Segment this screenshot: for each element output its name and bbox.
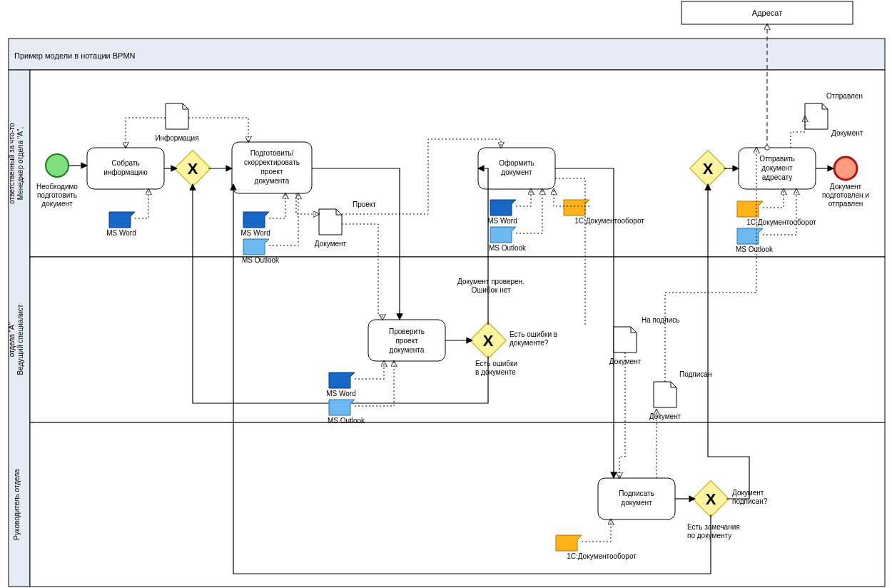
end-l2: подготовлен и — [822, 191, 869, 199]
svg-text:На подпись: На подпись — [642, 316, 679, 324]
g2q-l1: Есть ошибки в — [510, 330, 557, 338]
lane-2-label-a: Ведущий специалист — [16, 304, 24, 375]
gateway-x-icon: X — [483, 332, 494, 350]
g2y-l2: в документе — [475, 368, 516, 376]
lane-1-label-a: Менеджер отдела "А", — [16, 127, 24, 201]
svg-text:Информация: Информация — [155, 134, 198, 142]
bpmn-diagram: Адресат Пример модели в нотации BPMN Мен… — [0, 0, 892, 588]
g3q-l1: Документ — [732, 489, 764, 497]
svg-text:MS Word: MS Word — [487, 217, 517, 225]
t2-l4: документа — [255, 177, 290, 185]
svg-text:Подписан: Подписан — [679, 370, 711, 378]
start-lbl3: документ — [41, 200, 73, 208]
end-l3: отправлен — [828, 200, 863, 208]
t4-l3: адресату — [762, 173, 793, 181]
t6-l2: документ — [621, 499, 652, 507]
g2q-l2: документе? — [510, 339, 549, 347]
svg-text:Документ: Документ — [649, 412, 681, 420]
g2n-l1: Документ проверен. — [457, 278, 524, 285]
svg-text:Проект: Проект — [353, 201, 376, 208]
end-l1: Документ — [830, 183, 862, 191]
svg-text:MS Outlook: MS Outlook — [736, 245, 774, 253]
end-event — [834, 157, 857, 180]
g2y-l1: Есть ошибки — [475, 360, 517, 368]
t6-l1: Подписать — [619, 490, 654, 497]
t2-l3: проект — [260, 168, 283, 176]
svg-text:MS Word: MS Word — [240, 229, 270, 237]
svg-text:1С:Документооборот: 1С:Документооборот — [746, 218, 816, 226]
g2n-l2: Ошибок нет — [471, 286, 511, 294]
start-lbl2: подготовить — [37, 191, 77, 199]
gateway-x-icon: X — [706, 490, 716, 508]
t1-l2: информацию — [103, 168, 148, 176]
t2-l2: скорректировать — [244, 158, 300, 166]
gateway-x-icon: X — [188, 160, 198, 178]
t3-l2: документ — [501, 168, 532, 176]
svg-text:MS Outlook: MS Outlook — [489, 244, 527, 252]
start-lbl1: Необходимо — [36, 183, 78, 191]
start-event — [46, 154, 69, 177]
svg-text:Документ: Документ — [315, 240, 347, 248]
lane-1-label-b: ответственный за что-то — [8, 123, 16, 204]
lane-3-label: Руководитель отдела — [13, 469, 21, 540]
external-addressee-label: Адресат — [752, 9, 782, 17]
lane-2-label-b: отдела "А" — [8, 322, 16, 357]
svg-text:MS Outlook: MS Outlook — [328, 417, 365, 425]
gateway-x-icon: X — [703, 160, 714, 178]
t5-l1: Проверить — [389, 328, 425, 335]
pool-header — [9, 39, 885, 70]
t5-l3: документа — [390, 346, 425, 354]
t2-l1: Подготовить/ — [250, 149, 294, 157]
svg-text:1С:Документооборот: 1С:Документооборот — [567, 552, 637, 560]
g3y-l1: Есть замечания — [687, 523, 740, 531]
svg-text:Отправлен: Отправлен — [826, 92, 863, 100]
svg-text:Документ: Документ — [831, 129, 863, 137]
t4-l2: документ — [761, 164, 793, 172]
t5-l2: проект — [395, 337, 418, 345]
pool-title: Пример модели в нотации BPMN — [14, 51, 136, 60]
t1-l1: Собрать — [111, 159, 139, 167]
svg-text:MS Word: MS Word — [326, 390, 356, 397]
g3y-l2: по документу — [687, 532, 731, 539]
svg-text:MS Outlook: MS Outlook — [242, 256, 280, 264]
svg-text:MS Word: MS Word — [106, 229, 136, 237]
t3-l1: Оформить — [499, 159, 534, 167]
t4-l1: Отправить — [759, 155, 795, 163]
